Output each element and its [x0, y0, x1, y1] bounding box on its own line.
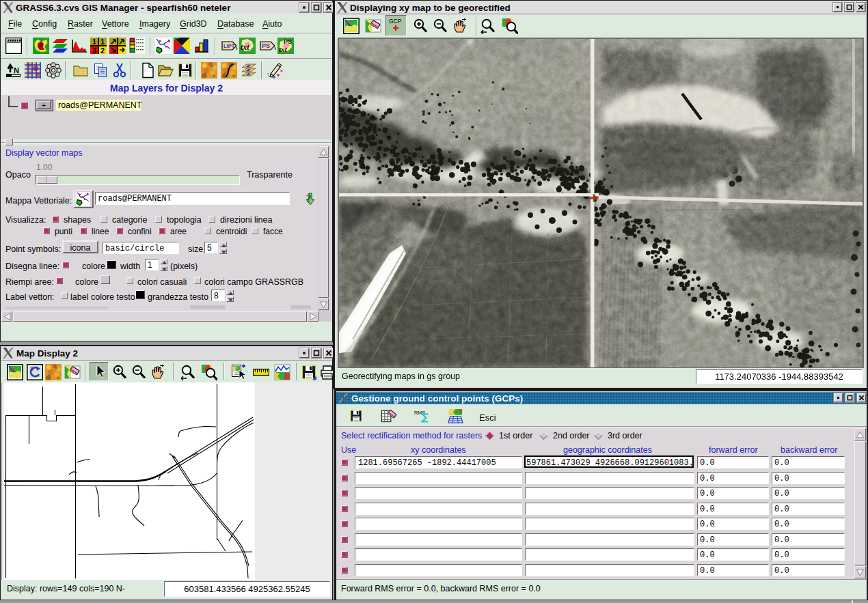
svg-text:1: 1: [92, 38, 96, 46]
svg-text:txt: txt: [241, 42, 249, 52]
svg-text:PS: PS: [262, 42, 270, 49]
svg-text:LIPT: LIPT: [223, 43, 235, 49]
svg-text:2: 2: [100, 46, 105, 54]
svg-text:?: ?: [306, 193, 312, 204]
svg-text:3: 3: [92, 46, 96, 54]
svg-text:PS: PS: [284, 38, 292, 45]
svg-text:N: N: [14, 66, 19, 74]
svg-text:txt: txt: [279, 45, 288, 53]
svg-text:1: 1: [100, 38, 105, 46]
svg-text:GCP: GCP: [389, 18, 402, 25]
